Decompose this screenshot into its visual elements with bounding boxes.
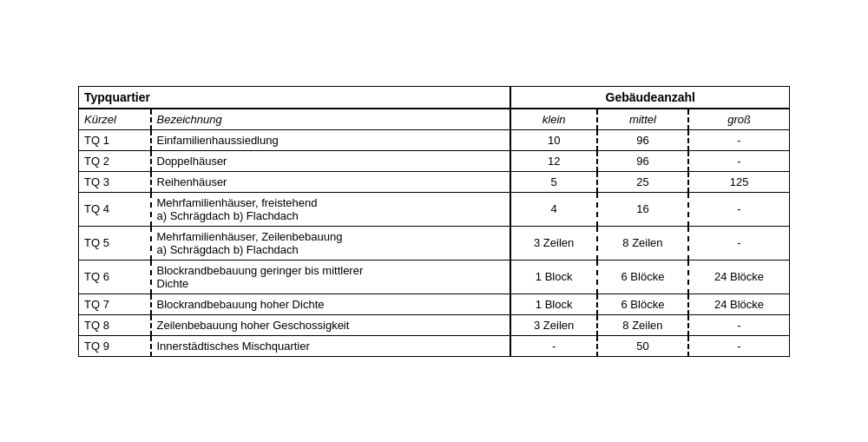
tq-cell: TQ 6 bbox=[79, 260, 151, 294]
bezeichnung-cell: Reihenhäuser bbox=[151, 171, 511, 192]
typquartier-header: Typquartier bbox=[79, 86, 511, 109]
klein-cell: 3 Zeilen bbox=[510, 314, 596, 335]
gross-cell: 24 Blöcke bbox=[688, 294, 789, 314]
mittel-cell: 25 bbox=[597, 171, 688, 192]
gross-cell: - bbox=[688, 314, 789, 335]
table-row: TQ 5 Mehrfamilienhäuser, Zeilenbebauunga… bbox=[79, 226, 790, 260]
table-row: TQ 7 Blockrandbebauung hoher Dichte 1 Bl… bbox=[79, 294, 790, 314]
mittel-cell: 96 bbox=[597, 129, 688, 150]
klein-cell: 10 bbox=[510, 129, 596, 150]
bezeichnung-cell: Einfamilienhaussiedlung bbox=[151, 129, 511, 150]
tq-cell: TQ 1 bbox=[79, 129, 151, 150]
mittel-cell: 6 Blöcke bbox=[597, 260, 688, 294]
klein-cell: 12 bbox=[510, 150, 596, 171]
table-body: TQ 1 Einfamilienhaussiedlung 10 96 - TQ … bbox=[79, 129, 790, 356]
table-row: TQ 3 Reihenhäuser 5 25 125 bbox=[79, 171, 790, 192]
mittel-cell: 8 Zeilen bbox=[597, 314, 688, 335]
bezeichnung-cell: Mehrfamilienhäuser, Zeilenbebauunga) Sch… bbox=[151, 226, 511, 260]
klein-cell: 4 bbox=[510, 192, 596, 226]
mittel-cell: 96 bbox=[597, 150, 688, 171]
gross-cell: 125 bbox=[688, 171, 789, 192]
klein-subheader: klein bbox=[510, 109, 596, 130]
subheader-row: Kürzel Bezeichnung klein mittel groß bbox=[79, 109, 790, 130]
tq-cell: TQ 4 bbox=[79, 192, 151, 226]
data-table: Typquartier Gebäudeanzahl Kürzel Bezeich… bbox=[78, 86, 790, 357]
bezeichnung-cell: Blockrandbebauung geringer bis mittlerer… bbox=[151, 260, 511, 294]
main-table-container: Typquartier Gebäudeanzahl Kürzel Bezeich… bbox=[78, 86, 790, 357]
gross-cell: - bbox=[688, 335, 789, 356]
mittel-cell: 6 Blöcke bbox=[597, 294, 688, 314]
mittel-cell: 16 bbox=[597, 192, 688, 226]
bezeichnung-cell: Mehrfamilienhäuser, freistehenda) Schräg… bbox=[151, 192, 511, 226]
klein-cell: 1 Block bbox=[510, 260, 596, 294]
kurzel-subheader: Kürzel bbox=[79, 109, 151, 130]
mittel-cell: 8 Zeilen bbox=[597, 226, 688, 260]
tq-cell: TQ 5 bbox=[79, 226, 151, 260]
tq-cell: TQ 8 bbox=[79, 314, 151, 335]
tq-cell: TQ 9 bbox=[79, 335, 151, 356]
gebaeude-header: Gebäudeanzahl bbox=[510, 86, 789, 109]
table-row: TQ 1 Einfamilienhaussiedlung 10 96 - bbox=[79, 129, 790, 150]
bezeichnung-cell: Blockrandbebauung hoher Dichte bbox=[151, 294, 511, 314]
gross-cell: - bbox=[688, 150, 789, 171]
bezeichnung-cell: Zeilenbebauung hoher Geschossigkeit bbox=[151, 314, 511, 335]
table-row: TQ 6 Blockrandbebauung geringer bis mitt… bbox=[79, 260, 790, 294]
header-row: Typquartier Gebäudeanzahl bbox=[79, 86, 790, 109]
tq-cell: TQ 3 bbox=[79, 171, 151, 192]
klein-cell: - bbox=[510, 335, 596, 356]
tq-cell: TQ 2 bbox=[79, 150, 151, 171]
klein-cell: 3 Zeilen bbox=[510, 226, 596, 260]
bezeichnung-subheader: Bezeichnung bbox=[151, 109, 511, 130]
gross-cell: - bbox=[688, 226, 789, 260]
gross-subheader: groß bbox=[688, 109, 789, 130]
gross-cell: 24 Blöcke bbox=[688, 260, 789, 294]
bezeichnung-cell: Doppelhäuser bbox=[151, 150, 511, 171]
klein-cell: 1 Block bbox=[510, 294, 596, 314]
mittel-subheader: mittel bbox=[597, 109, 688, 130]
tq-cell: TQ 7 bbox=[79, 294, 151, 314]
table-row: TQ 4 Mehrfamilienhäuser, freistehenda) S… bbox=[79, 192, 790, 226]
gross-cell: - bbox=[688, 192, 789, 226]
table-row: TQ 8 Zeilenbebauung hoher Geschossigkeit… bbox=[79, 314, 790, 335]
gross-cell: - bbox=[688, 129, 789, 150]
bezeichnung-cell: Innerstädtisches Mischquartier bbox=[151, 335, 511, 356]
table-row: TQ 2 Doppelhäuser 12 96 - bbox=[79, 150, 790, 171]
table-row: TQ 9 Innerstädtisches Mischquartier - 50… bbox=[79, 335, 790, 356]
klein-cell: 5 bbox=[510, 171, 596, 192]
mittel-cell: 50 bbox=[597, 335, 688, 356]
